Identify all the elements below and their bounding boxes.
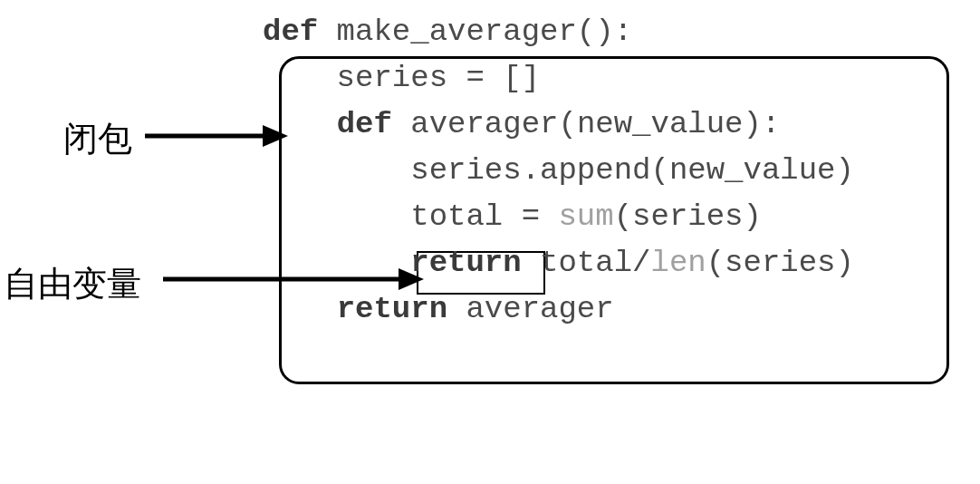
code-text: (series): [614, 199, 762, 234]
code-line-1: def make_averager():: [263, 9, 854, 55]
keyword-def: def: [337, 107, 392, 141]
keyword-def: def: [263, 15, 318, 49]
code-text: .append(new_value): [522, 153, 854, 188]
code-text: make_averager():: [318, 15, 632, 49]
arrow-free-variable: [154, 261, 426, 297]
svg-marker-3: [399, 268, 424, 290]
builtin-len: len: [650, 246, 706, 280]
code-line-5: series.append(new_value): [263, 148, 854, 194]
code-text: (series): [706, 246, 854, 280]
code-text: averager(new_value):: [392, 107, 780, 141]
code-text: total/: [522, 246, 651, 280]
code-line-6: total = sum(series): [263, 194, 854, 240]
series-token: series: [410, 153, 521, 188]
label-closure: 闭包: [63, 116, 132, 162]
builtin-sum: sum: [558, 199, 613, 234]
arrow-closure: [136, 118, 290, 154]
svg-marker-1: [263, 125, 288, 147]
code-text: averager: [447, 292, 614, 326]
code-line-4: def averager(new_value):: [263, 102, 854, 148]
indent: [263, 153, 410, 188]
code-text: total =: [263, 199, 558, 234]
keyword-return: return: [410, 246, 521, 280]
label-free-variable: 自由变量: [4, 261, 141, 307]
code-line-2: series = []: [263, 55, 854, 102]
